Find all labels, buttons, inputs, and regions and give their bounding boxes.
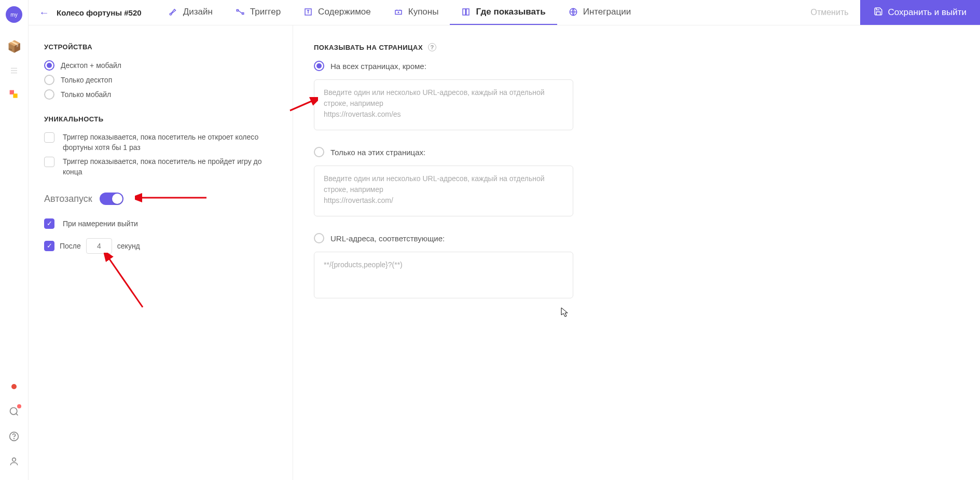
svg-rect-16	[463, 9, 465, 15]
rail-alert-icon[interactable]	[6, 378, 22, 395]
svg-point-9	[12, 458, 16, 461]
after-suffix: секунд	[117, 241, 140, 252]
all-except-textarea[interactable]	[314, 79, 573, 130]
radio-icon	[314, 233, 324, 243]
after-prefix: После	[60, 241, 81, 252]
tab-where[interactable]: Где показывать	[450, 0, 557, 25]
brush-icon	[169, 7, 178, 17]
seconds-input[interactable]	[86, 238, 112, 254]
save-button[interactable]: Сохранить и выйти	[860, 0, 980, 25]
radio-mobile-only[interactable]: Только мобайл	[44, 89, 272, 100]
uniqueness-title: УНИКАЛЬНОСТЬ	[44, 115, 272, 123]
cursor-icon	[561, 307, 569, 318]
radio-desktop-mobile[interactable]: Десктоп + мобайл	[44, 60, 272, 71]
text-icon	[303, 7, 313, 17]
avatar[interactable]: my	[6, 6, 22, 23]
checkbox-after-seconds[interactable]: ✓	[44, 241, 54, 251]
tab-content[interactable]: Содержимое	[292, 0, 382, 25]
tab-coupons[interactable]: Купоны	[382, 0, 450, 25]
autostart-label: Автозапуск	[44, 194, 92, 204]
tab-integrations[interactable]: Интеграции	[557, 0, 643, 25]
checkbox-exit-intent[interactable]: ✓	[44, 218, 54, 229]
checkbox-open-once[interactable]	[44, 132, 54, 143]
radio-icon	[314, 147, 324, 157]
help-icon[interactable]: ?	[428, 43, 436, 51]
left-rail: my 📦	[0, 0, 29, 480]
radio-icon	[314, 61, 324, 71]
rail-box-icon[interactable]: 📦	[6, 38, 22, 55]
svg-line-12	[238, 10, 242, 13]
globe-icon	[569, 7, 578, 17]
svg-rect-11	[242, 13, 244, 15]
radio-label: Десктоп + мобайл	[61, 61, 121, 70]
rail-list-icon[interactable]	[6, 62, 22, 79]
svg-rect-10	[237, 10, 238, 11]
radio-desktop-only[interactable]: Только десктоп	[44, 75, 272, 85]
radio-icon	[44, 75, 54, 85]
svg-line-20	[108, 257, 143, 307]
topbar: ← Колесо фортуны #520 Дизайн Триггер Сод…	[29, 0, 980, 25]
radio-label: Только десктоп	[61, 76, 112, 84]
radio-icon	[44, 60, 54, 71]
pages-column: ПОКАЗЫВАТЬ НА СТРАНИЦАХ ? На всех страни…	[293, 25, 980, 480]
tab-label: Содержимое	[318, 7, 371, 17]
save-icon	[874, 7, 883, 19]
only-these-textarea[interactable]	[314, 166, 573, 216]
svg-point-15	[398, 12, 399, 13]
rail-apps-icon[interactable]	[6, 86, 22, 103]
tab-label: Интеграции	[583, 7, 631, 17]
rail-user-icon[interactable]	[6, 453, 22, 470]
cancel-button[interactable]: Отменить	[799, 0, 860, 25]
radio-label: Только мобайл	[61, 90, 111, 99]
tab-trigger[interactable]: Триггер	[224, 0, 292, 25]
tab-label: Триггер	[250, 7, 281, 17]
tab-label: Дизайн	[183, 7, 213, 17]
annotation-arrow	[135, 191, 208, 204]
svg-rect-4	[13, 93, 17, 98]
svg-point-8	[14, 438, 15, 439]
tab-label: Купоны	[408, 7, 439, 17]
checkbox-label: При намерении выйти	[63, 219, 138, 229]
svg-point-5	[10, 408, 17, 415]
checkbox-finish-game[interactable]	[44, 157, 54, 167]
checkbox-label: Триггер показывается, пока посетитель не…	[63, 132, 272, 153]
radio-label: URL-адреса, соответствующие:	[330, 234, 445, 243]
settings-column: УСТРОЙСТВА Десктоп + мобайл Только дескт…	[29, 25, 293, 480]
page-title: Колесо фортуны #520	[57, 8, 142, 17]
tab-label: Где показывать	[476, 7, 545, 17]
radio-all-except[interactable]: На всех страницах, кроме:	[314, 61, 959, 71]
radio-icon	[44, 89, 54, 100]
annotation-arrow	[104, 253, 145, 310]
radio-matching[interactable]: URL-адреса, соответствующие:	[314, 233, 959, 243]
radio-label: На всех страницах, кроме:	[330, 62, 426, 71]
back-arrow-icon[interactable]: ←	[39, 7, 49, 19]
rail-help-icon[interactable]	[6, 428, 22, 445]
matching-textarea[interactable]	[314, 252, 573, 298]
tab-design[interactable]: Дизайн	[157, 0, 224, 25]
radio-only-these[interactable]: Только на этих страницах:	[314, 147, 959, 157]
rail-chat-icon[interactable]	[6, 403, 22, 420]
show-on-pages-title: ПОКАЗЫВАТЬ НА СТРАНИЦАХ	[314, 44, 423, 51]
checkbox-label: Триггер показывается, пока посетитель не…	[63, 157, 272, 177]
svg-line-21	[290, 100, 314, 111]
autostart-toggle[interactable]	[100, 193, 123, 205]
devices-title: УСТРОЙСТВА	[44, 43, 272, 51]
save-label: Сохранить и выйти	[888, 7, 967, 18]
radio-label: Только на этих страницах:	[330, 148, 425, 157]
svg-rect-17	[466, 9, 469, 15]
coupon-icon	[394, 7, 403, 17]
layout-icon	[461, 7, 471, 17]
trigger-icon	[236, 7, 245, 17]
svg-line-6	[16, 414, 18, 415]
